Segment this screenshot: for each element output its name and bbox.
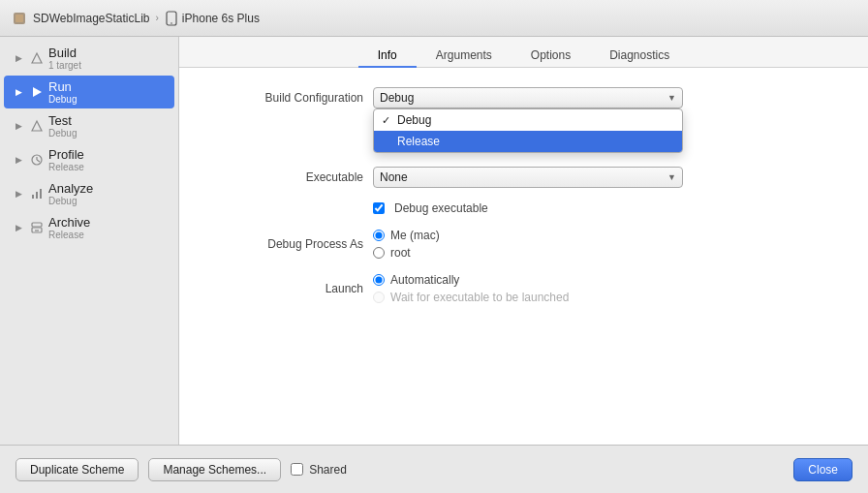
build-config-value: Debug: [380, 91, 414, 105]
tab-info[interactable]: Info: [358, 45, 417, 68]
launch-label: Launch: [208, 282, 363, 295]
sidebar-item-test[interactable]: ▶ Test Debug: [4, 109, 174, 142]
executable-value: None: [380, 170, 408, 184]
run-icon: [29, 84, 45, 100]
test-item-text: Test Debug: [48, 113, 77, 139]
executable-arrow-icon: ▼: [667, 172, 676, 182]
shared-area: Shared: [291, 463, 347, 477]
test-icon: [29, 118, 45, 134]
debug-exe-row: Debug executable: [373, 201, 839, 215]
radio-row-auto: Automatically: [373, 273, 683, 287]
executable-control: None ▼: [373, 167, 683, 188]
radio-root-label: root: [390, 246, 411, 260]
executable-row: Executable None ▼: [208, 167, 839, 188]
executable-select[interactable]: None ▼: [373, 167, 683, 188]
launch-control: Automatically Wait for executable to be …: [373, 273, 683, 304]
launch-row: Launch Automatically Wait for executable…: [208, 273, 839, 304]
sidebar: ▶ Build 1 target ▶ Run Debug ▶: [0, 37, 179, 445]
analyze-icon: [29, 186, 45, 201]
sidebar-item-profile[interactable]: ▶ Profile Release: [4, 143, 174, 176]
shared-checkbox[interactable]: [291, 463, 303, 476]
radio-row-wait: Wait for executable to be launched: [373, 291, 683, 304]
radio-me[interactable]: [373, 230, 385, 241]
debug-executable-label: Debug executable: [394, 201, 488, 215]
analyze-item-text: Analyze Debug: [48, 181, 93, 206]
device-selector[interactable]: iPhone 6s Plus: [165, 11, 260, 26]
debug-process-row: Debug Process As Me (mac) root: [208, 229, 839, 260]
project-icon: [12, 11, 27, 26]
profile-item-text: Profile Release: [48, 147, 84, 172]
build-icon: [29, 50, 45, 66]
arrow-icon-test: ▶: [16, 121, 25, 131]
radio-wait[interactable]: [373, 292, 385, 303]
build-config-dropdown: Debug Release: [373, 108, 683, 153]
bottom-bar: Duplicate Scheme Manage Schemes... Share…: [0, 445, 868, 493]
radio-row-root: root: [373, 246, 683, 260]
arrow-icon-profile: ▶: [16, 155, 25, 165]
debug-process-label: Debug Process As: [208, 237, 363, 251]
archive-icon: [29, 220, 45, 235]
build-config-control: Debug ▼ Debug Release: [373, 87, 683, 108]
radio-me-label: Me (mac): [390, 229, 440, 242]
arrow-icon-run: ▶: [16, 87, 25, 97]
svg-rect-10: [32, 195, 34, 199]
run-item-text: Run Debug: [48, 79, 77, 105]
dropdown-item-debug[interactable]: Debug: [374, 109, 682, 131]
right-panel: Info Arguments Options Diagnostics Build…: [179, 37, 868, 445]
device-name: iPhone 6s Plus: [182, 12, 260, 25]
archive-item-text: Archive Release: [48, 215, 90, 240]
tab-arguments[interactable]: Arguments: [417, 45, 512, 68]
arrow-icon: ▶: [16, 53, 25, 63]
svg-marker-4: [32, 53, 42, 63]
svg-rect-11: [36, 192, 38, 199]
svg-line-9: [37, 160, 40, 162]
manage-schemes-button[interactable]: Manage Schemes...: [148, 458, 281, 481]
breadcrumb-chevron: ›: [156, 13, 159, 23]
duplicate-scheme-button[interactable]: Duplicate Scheme: [16, 458, 139, 481]
titlebar: SDWebImageStaticLib › iPhone 6s Plus: [0, 0, 868, 37]
radio-row-me: Me (mac): [373, 229, 683, 242]
debug-executable-checkbox[interactable]: [373, 202, 385, 214]
select-arrow-icon: ▼: [667, 93, 676, 103]
build-item-text: Build 1 target: [48, 46, 81, 71]
phone-icon: [165, 11, 178, 26]
close-button[interactable]: Close: [793, 458, 852, 481]
arrow-icon-analyze: ▶: [16, 189, 25, 199]
sidebar-item-build[interactable]: ▶ Build 1 target: [4, 42, 174, 75]
launch-radio-group: Automatically Wait for executable to be …: [373, 273, 683, 304]
debug-process-radio-group: Me (mac) root: [373, 229, 683, 260]
radio-auto-label: Automatically: [390, 273, 459, 287]
radio-wait-label: Wait for executable to be launched: [390, 291, 569, 304]
build-config-row: Build Configuration Debug ▼ Debug Releas…: [208, 87, 839, 108]
radio-root[interactable]: [373, 247, 385, 259]
radio-auto[interactable]: [373, 274, 385, 286]
main-content: ▶ Build 1 target ▶ Run Debug ▶: [0, 37, 868, 445]
svg-rect-1: [16, 15, 23, 22]
build-config-label: Build Configuration: [208, 91, 363, 105]
arrow-icon-archive: ▶: [16, 223, 25, 232]
shared-label: Shared: [309, 463, 347, 477]
sidebar-item-analyze[interactable]: ▶ Analyze Debug: [4, 177, 174, 210]
debug-process-control: Me (mac) root: [373, 229, 683, 260]
executable-label: Executable: [208, 170, 363, 184]
svg-rect-12: [40, 189, 42, 199]
sidebar-item-archive[interactable]: ▶ Archive Release: [4, 211, 174, 244]
build-config-select[interactable]: Debug ▼: [373, 87, 683, 108]
svg-marker-6: [32, 121, 42, 131]
dropdown-item-release[interactable]: Release: [374, 131, 682, 152]
tab-bar: Info Arguments Options Diagnostics: [179, 37, 868, 68]
svg-point-3: [170, 22, 172, 24]
svg-rect-13: [32, 223, 42, 227]
debug-label: Debug: [397, 113, 431, 127]
tab-options[interactable]: Options: [512, 45, 590, 68]
project-name: SDWebImageStaticLib: [33, 12, 150, 25]
sidebar-item-run[interactable]: ▶ Run Debug: [4, 76, 174, 108]
profile-icon: [29, 152, 45, 168]
tab-diagnostics[interactable]: Diagnostics: [590, 45, 689, 68]
release-label: Release: [397, 135, 440, 148]
svg-marker-5: [33, 87, 42, 97]
form-area: Build Configuration Debug ▼ Debug Releas…: [179, 68, 868, 445]
